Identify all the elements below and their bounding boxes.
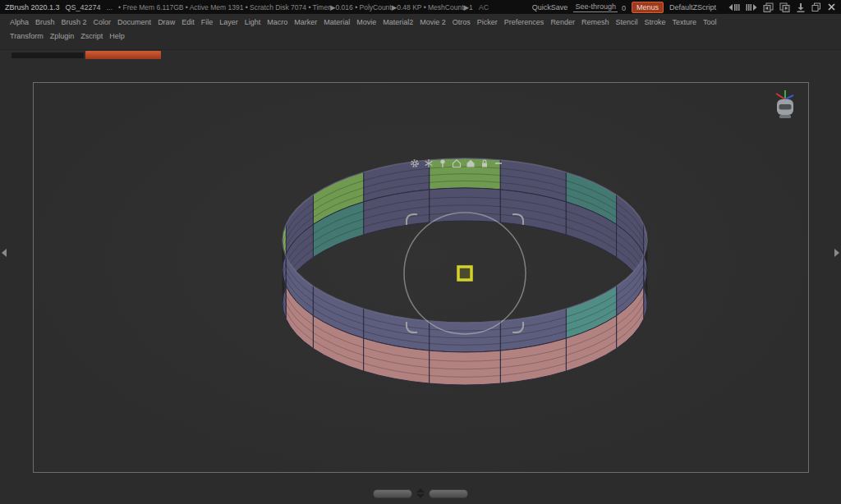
right-tray-arrow[interactable] xyxy=(834,249,839,257)
menu-brush-2[interactable]: Brush 2 xyxy=(58,16,90,28)
close-icon[interactable] xyxy=(827,2,836,11)
chevron-right-icon xyxy=(834,249,839,257)
gizmo-home-icon[interactable] xyxy=(452,158,462,168)
menu-render[interactable]: Render xyxy=(547,16,578,28)
menu-layer[interactable]: Layer xyxy=(216,16,241,28)
menu-alpha[interactable]: Alpha xyxy=(7,16,32,28)
shelf-active-bar[interactable] xyxy=(85,51,161,59)
fence-panel[interactable] xyxy=(430,321,501,352)
menu-transform[interactable]: Transform xyxy=(7,30,47,42)
menu-color[interactable]: Color xyxy=(90,16,115,28)
camera-chin xyxy=(779,115,791,118)
ac-indicator: AC xyxy=(479,3,489,11)
scrollbar-right-thumb[interactable] xyxy=(429,489,468,498)
menu-macro[interactable]: Macro xyxy=(264,16,291,28)
menu-material2[interactable]: Material2 xyxy=(379,16,416,28)
menu-file[interactable]: File xyxy=(198,16,217,28)
menu-zscript[interactable]: Zscript xyxy=(77,30,106,42)
gizmo-icon-strip xyxy=(410,158,503,168)
titlebar-icon-group xyxy=(728,2,836,12)
menu-remesh[interactable]: Remesh xyxy=(578,16,613,28)
gizmo-gear-icon[interactable] xyxy=(410,158,420,168)
scroll-left-icon[interactable] xyxy=(728,3,740,11)
menu-movie-2[interactable]: Movie 2 xyxy=(416,16,449,28)
gizmo-collapse-icon[interactable] xyxy=(494,158,503,168)
memory-stats: • Free Mem 6.117GB • Active Mem 1391 • S… xyxy=(118,3,473,11)
camera-axis-widget[interactable] xyxy=(769,88,802,124)
menu-marker[interactable]: Marker xyxy=(291,16,320,28)
menu-texture[interactable]: Texture xyxy=(669,16,700,28)
quicksave-button[interactable]: QuickSave xyxy=(532,3,568,11)
canvas-scrollbar xyxy=(373,488,468,498)
menu-movie[interactable]: Movie xyxy=(353,16,379,28)
copy-frame-back-icon[interactable] xyxy=(763,2,774,12)
scroll-right-icon[interactable] xyxy=(746,3,757,11)
menu-draw[interactable]: Draw xyxy=(154,16,178,28)
gizmo-reset-home-icon[interactable] xyxy=(466,158,476,168)
menu-document[interactable]: Document xyxy=(114,16,154,28)
menu-row-2: TransformZpluginZscriptHelp xyxy=(0,28,841,42)
menu-zplugin[interactable]: Zplugin xyxy=(47,30,78,42)
zbrush-window: ZBrush 2020.1.3 QS_42274 ... • Free Mem … xyxy=(0,0,841,504)
menu-tool[interactable]: Tool xyxy=(700,16,720,28)
chevron-left-icon xyxy=(2,249,7,257)
menu-edit[interactable]: Edit xyxy=(178,16,198,28)
document-viewport[interactable] xyxy=(33,82,809,473)
app-title: ZBrush 2020.1.3 xyxy=(5,3,60,11)
scrollbar-left-thumb[interactable] xyxy=(373,489,412,498)
document-name: QS_42274 xyxy=(66,3,101,11)
menu-otros[interactable]: Otros xyxy=(449,16,474,28)
gizmo-pin-icon[interactable] xyxy=(438,158,448,168)
menu-help[interactable]: Help xyxy=(106,30,128,42)
menu-material[interactable]: Material xyxy=(320,16,353,28)
menu-preferences[interactable]: Preferences xyxy=(501,16,548,28)
menu-brush[interactable]: Brush xyxy=(32,16,58,28)
menu-light[interactable]: Light xyxy=(241,16,264,28)
menu-row-1: AlphaBrushBrush 2ColorDocumentDrawEditFi… xyxy=(0,14,841,28)
scroll-down-icon[interactable] xyxy=(416,494,425,498)
axis-x-red xyxy=(776,94,785,99)
import-down-icon[interactable] xyxy=(796,2,806,12)
menu-stroke[interactable]: Stroke xyxy=(641,16,669,28)
shelf-dark-bar[interactable] xyxy=(11,53,84,58)
title-ellipsis: ... xyxy=(107,3,113,11)
menus-toggle-button[interactable]: Menus xyxy=(632,2,664,13)
gizmo-center-square[interactable] xyxy=(458,267,471,280)
title-bar: ZBrush 2020.1.3 QS_42274 ... • Free Mem … xyxy=(0,0,841,14)
camera-visor xyxy=(779,104,792,110)
default-zscript-button[interactable]: DefaultZScript xyxy=(669,3,716,11)
window-restore-icon[interactable] xyxy=(811,2,821,12)
gizmo-star-icon[interactable] xyxy=(424,158,434,168)
see-through-value: 0 xyxy=(622,4,626,12)
left-tray-arrow[interactable] xyxy=(2,249,7,257)
menu-bar: AlphaBrushBrush 2ColorDocumentDrawEditFi… xyxy=(0,14,841,50)
scrollbar-arrows xyxy=(416,488,425,498)
fence-panel[interactable] xyxy=(430,351,501,385)
see-through-label: See-through xyxy=(573,2,618,12)
scroll-up-icon[interactable] xyxy=(416,488,425,493)
copy-frame-forward-icon[interactable] xyxy=(779,2,790,12)
menu-stencil[interactable]: Stencil xyxy=(612,16,641,28)
gizmo-lock-icon[interactable] xyxy=(480,158,489,168)
see-through-slider[interactable]: See-through 0 xyxy=(573,2,626,12)
viewport-canvas[interactable] xyxy=(34,83,808,472)
axis-z-blue xyxy=(785,95,793,99)
menu-picker[interactable]: Picker xyxy=(474,16,501,28)
